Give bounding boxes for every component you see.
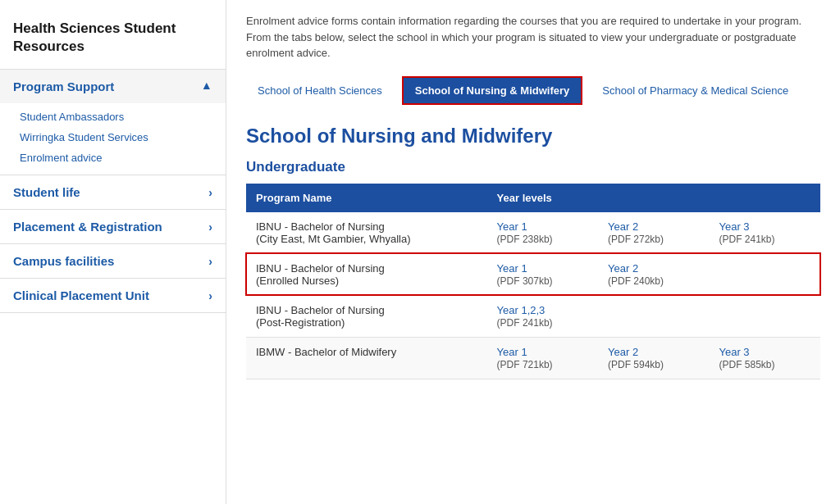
table-row: IBMW - Bachelor of Midwifery Year 1 (PDF… [246, 337, 820, 379]
sidebar-sub-program-support: Student Ambassadors Wirringka Student Se… [0, 103, 226, 175]
tab-nursing-midwifery[interactable]: School of Nursing & Midwifery [402, 76, 583, 105]
program-name: IBMW - Bachelor of Midwifery [246, 337, 487, 379]
sidebar-item-label: Clinical Placement Unit [13, 288, 149, 302]
tab-pharmacy[interactable]: School of Pharmacy & Medical Science [591, 78, 800, 103]
year-cell-empty [709, 295, 820, 337]
chevron-down-icon: ▼ [201, 80, 212, 93]
pdf-size: (PDF 241kb) [497, 317, 553, 329]
pdf-size: (PDF 272kb) [608, 234, 664, 245]
table-row: IBNU - Bachelor of Nursing(Post-Registra… [246, 295, 820, 337]
sidebar-title: Health Sciences Student Resources [0, 13, 226, 69]
page-title: School of Nursing and Midwifery [246, 125, 820, 148]
pdf-size: (PDF 241kb) [719, 234, 774, 245]
year-link[interactable]: Year 3 [719, 346, 810, 358]
main-content: Enrolment advice forms contain informati… [226, 0, 840, 504]
program-name: IBNU - Bachelor of Nursing(City East, Mt… [246, 212, 487, 254]
sidebar-item-placement[interactable]: Placement & Registration › [0, 209, 226, 243]
tab-health-sciences[interactable]: School of Health Sciences [246, 78, 394, 103]
pdf-size: (PDF 240kb) [608, 275, 664, 287]
tab-bar: School of Health Sciences School of Nurs… [246, 76, 820, 105]
sidebar-section-program-support: Program Support ▼ Student Ambassadors Wi… [0, 69, 226, 175]
table-row: IBNU - Bachelor of Nursing(City East, Mt… [246, 212, 820, 254]
sidebar-item-clinical[interactable]: Clinical Placement Unit › [0, 278, 226, 313]
year-cell-empty [598, 295, 709, 337]
year-cell: Year 3 (PDF 585kb) [709, 337, 820, 379]
pdf-size: (PDF 594kb) [608, 359, 664, 370]
pdf-size: (PDF 721kb) [497, 359, 553, 370]
year-link[interactable]: Year 1 [497, 262, 588, 275]
sidebar: Health Sciences Student Resources Progra… [0, 0, 226, 504]
sidebar-item-student-life[interactable]: Student life › [0, 175, 226, 209]
chevron-right-icon: › [208, 186, 212, 199]
sidebar-sub-item-enrolment[interactable]: Enrolment advice [0, 148, 226, 168]
enrolment-table: Program Name Year levels IBNU - Bachelor… [246, 184, 820, 379]
year-cell: Year 2 (PDF 594kb) [598, 337, 709, 379]
sidebar-item-label: Placement & Registration [13, 220, 162, 234]
chevron-right-icon: › [208, 220, 212, 234]
year-link[interactable]: Year 1,2,3 [497, 304, 588, 316]
sidebar-sub-item-ambassadors[interactable]: Student Ambassadors [0, 107, 226, 127]
year-cell: Year 2 (PDF 272kb) [598, 212, 709, 254]
year-link[interactable]: Year 3 [719, 220, 810, 233]
col-header-years: Year levels [487, 184, 820, 212]
year-link[interactable]: Year 1 [497, 346, 588, 358]
year-link[interactable]: Year 2 [608, 346, 699, 358]
sidebar-item-label: Campus facilities [13, 254, 114, 268]
year-link[interactable]: Year 2 [608, 220, 699, 233]
sidebar-item-program-support[interactable]: Program Support ▼ [0, 69, 226, 103]
program-name: IBNU - Bachelor of Nursing(Enrolled Nurs… [246, 253, 487, 295]
program-name: IBNU - Bachelor of Nursing(Post-Registra… [246, 295, 487, 337]
pdf-size: (PDF 307kb) [497, 275, 553, 287]
year-cell-empty [709, 253, 820, 295]
sidebar-sub-item-wirringka[interactable]: Wirringka Student Services [0, 127, 226, 148]
sidebar-item-label: Program Support [13, 79, 114, 93]
pdf-size: (PDF 238kb) [497, 234, 553, 245]
col-header-program: Program Name [246, 184, 487, 212]
year-link[interactable]: Year 1 [497, 220, 588, 233]
intro-text: Enrolment advice forms contain informati… [246, 13, 820, 61]
year-cell: Year 1,2,3 (PDF 241kb) [487, 295, 598, 337]
year-cell: Year 1 (PDF 238kb) [487, 212, 598, 254]
year-link[interactable]: Year 2 [608, 262, 699, 275]
sidebar-item-label: Student life [13, 185, 80, 199]
section-heading-undergraduate: Undergraduate [246, 159, 820, 175]
year-cell: Year 1 (PDF 307kb) [487, 253, 598, 295]
table-row-highlighted: IBNU - Bachelor of Nursing(Enrolled Nurs… [246, 253, 820, 295]
year-cell: Year 1 (PDF 721kb) [487, 337, 598, 379]
sidebar-item-campus[interactable]: Campus facilities › [0, 243, 226, 278]
chevron-right-icon: › [208, 289, 212, 302]
pdf-size: (PDF 585kb) [719, 359, 774, 370]
year-cell: Year 2 (PDF 240kb) [598, 253, 709, 295]
year-cell: Year 3 (PDF 241kb) [709, 212, 820, 254]
chevron-right-icon: › [208, 255, 212, 268]
